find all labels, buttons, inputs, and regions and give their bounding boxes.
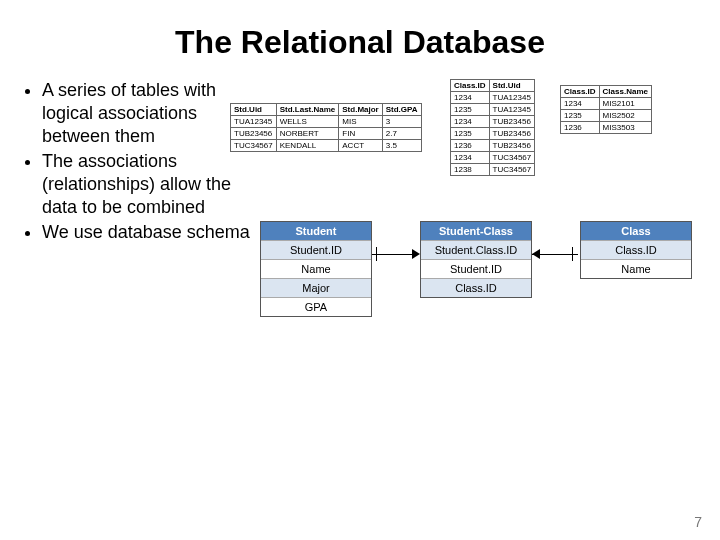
- class-table: Class.ID Class.Name 1234MIS2101 1235MIS2…: [560, 85, 652, 134]
- schema-row: Name: [261, 259, 371, 278]
- th: Std.Uid: [231, 104, 277, 116]
- th: Std.Uid: [489, 80, 535, 92]
- schema-title: Student-Class: [421, 222, 531, 240]
- th: Std.GPA: [382, 104, 421, 116]
- th: Class.ID: [561, 86, 600, 98]
- bullet-3: We use database schema: [42, 221, 260, 244]
- slide-title: The Relational Database: [0, 24, 720, 61]
- bullet-1: A series of tables with logical associat…: [42, 79, 260, 148]
- th: Std.Last.Name: [276, 104, 339, 116]
- connector-one-icon: [572, 247, 573, 261]
- schema-row: GPA: [261, 297, 371, 316]
- schema-row: Class.ID: [581, 240, 691, 259]
- th: Std.Major: [339, 104, 382, 116]
- connector-one-icon: [376, 247, 377, 261]
- schema-row: Class.ID: [421, 278, 531, 297]
- schema-row: Student.Class.ID: [421, 240, 531, 259]
- th: Class.ID: [451, 80, 490, 92]
- schema-row: Name: [581, 259, 691, 278]
- schema-student-class: Student-Class Student.Class.ID Student.I…: [420, 221, 532, 298]
- schema-row: Major: [261, 278, 371, 297]
- schema-diagram: Student Student.ID Name Major GPA Studen…: [260, 221, 700, 381]
- schema-row: Student.ID: [421, 259, 531, 278]
- schema-title: Student: [261, 222, 371, 240]
- th: Class.Name: [599, 86, 651, 98]
- crowfoot-icon: [412, 249, 420, 259]
- schema-title: Class: [581, 222, 691, 240]
- schema-class: Class Class.ID Name: [580, 221, 692, 279]
- schema-row: Student.ID: [261, 240, 371, 259]
- student-class-table: Class.ID Std.Uid 1234TUA12345 1235TUA123…: [450, 79, 535, 176]
- schema-student: Student Student.ID Name Major GPA: [260, 221, 372, 317]
- bullet-list: A series of tables with logical associat…: [20, 79, 260, 381]
- page-number: 7: [694, 514, 702, 530]
- crowfoot-icon: [532, 249, 540, 259]
- student-table: Std.Uid Std.Last.Name Std.Major Std.GPA …: [230, 103, 422, 152]
- bullet-2: The associations (relationships) allow t…: [42, 150, 260, 219]
